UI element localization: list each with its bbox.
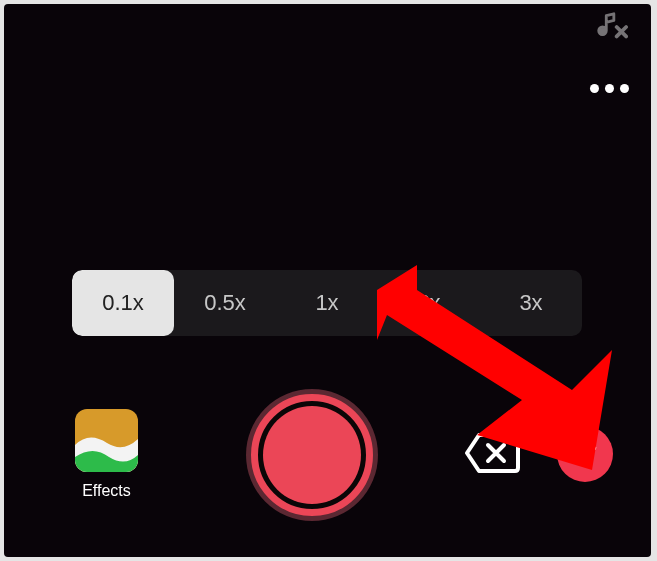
checkmark-icon [569,438,601,470]
speed-option[interactable]: 0.1x [72,270,174,336]
record-core [263,406,361,504]
dot [620,84,629,93]
more-icon[interactable] [590,84,631,93]
svg-point-0 [598,28,606,36]
camera-screen: 0.1x 0.5x 1x 2x 3x Effects [4,4,651,557]
speed-option[interactable]: 3x [480,270,582,336]
dot [605,84,614,93]
effects-thumbnail [75,409,138,472]
speed-option[interactable]: 2x [378,270,480,336]
confirm-button[interactable] [557,426,613,482]
record-ring [251,394,373,516]
top-right-toolbar [590,10,631,93]
delete-last-button[interactable] [465,432,520,474]
speed-option[interactable]: 1x [276,270,378,336]
dot [590,84,599,93]
speed-selector: 0.1x 0.5x 1x 2x 3x [72,270,582,336]
record-button[interactable] [246,389,378,521]
effects-label: Effects [82,482,131,500]
music-cut-icon[interactable] [594,10,628,44]
speed-option[interactable]: 0.5x [174,270,276,336]
effects-button[interactable]: Effects [69,409,144,500]
